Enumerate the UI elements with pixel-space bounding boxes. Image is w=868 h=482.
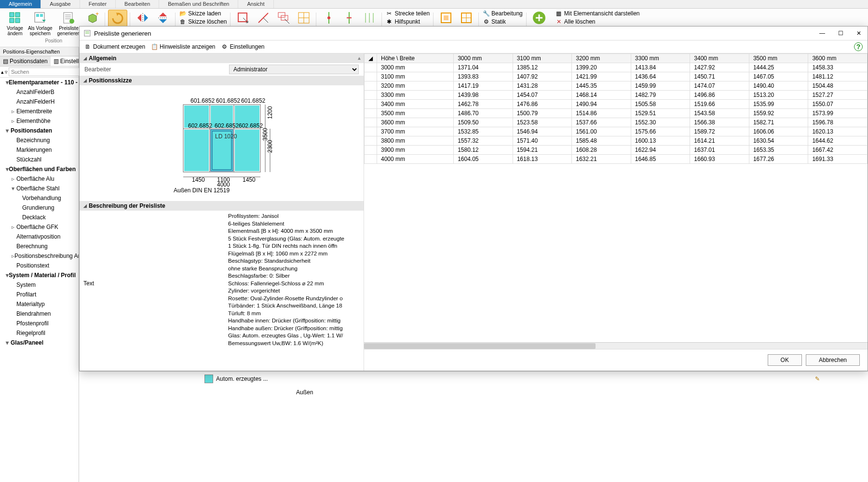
einstellungen-button[interactable]: ⚙Einstellungen bbox=[221, 43, 264, 50]
tab-ansicht[interactable]: Ansicht bbox=[238, 0, 273, 8]
tree-item[interactable]: Decklack bbox=[0, 213, 79, 222]
price-cell[interactable]: 1582.71 bbox=[749, 118, 808, 127]
price-cell[interactable]: 1505.58 bbox=[631, 100, 690, 109]
preisliste-generieren-button[interactable]: Preisliste generieren bbox=[55, 10, 82, 37]
tree-item[interactable]: ▾Glas/Paneel bbox=[0, 338, 79, 348]
tree-item[interactable]: Alternativposition bbox=[0, 232, 79, 241]
price-cell[interactable]: 1445.35 bbox=[572, 81, 631, 91]
price-cell[interactable]: 1444.25 bbox=[749, 63, 808, 72]
row-selector[interactable] bbox=[365, 72, 377, 81]
price-cell[interactable]: 1421.99 bbox=[572, 72, 631, 81]
search-input[interactable] bbox=[9, 67, 80, 76]
row-selector[interactable] bbox=[365, 146, 377, 155]
scroll-up-icon[interactable]: ▲ bbox=[357, 55, 363, 61]
price-cell[interactable]: 1630.54 bbox=[749, 136, 808, 146]
hx-header[interactable]: Höhe \ Breite bbox=[377, 54, 454, 63]
price-cell[interactable]: 1399.20 bbox=[572, 63, 631, 72]
price-cell[interactable]: 1427.92 bbox=[690, 63, 749, 72]
price-cell[interactable]: 1606.06 bbox=[749, 127, 808, 136]
price-cell[interactable]: 1653.35 bbox=[749, 146, 808, 155]
row-header[interactable]: 3900 mm bbox=[377, 146, 454, 155]
price-cell[interactable]: 1618.13 bbox=[513, 155, 572, 164]
price-cell[interactable]: 1439.98 bbox=[454, 91, 513, 100]
mit-elementansicht-button[interactable]: ▦Mit Elementansicht darstellen bbox=[555, 10, 641, 17]
tree-item[interactable]: Berechnung bbox=[0, 241, 79, 251]
price-cell[interactable]: 1614.21 bbox=[690, 136, 749, 146]
price-cell[interactable]: 1660.93 bbox=[690, 155, 749, 164]
tab-bearbeiten[interactable]: Bearbeiten bbox=[116, 0, 159, 8]
price-cell[interactable]: 1677.26 bbox=[749, 155, 808, 164]
vorlage-aendern-button[interactable]: Vorlage ändern bbox=[5, 10, 25, 37]
tree-item[interactable]: Markierungen bbox=[0, 145, 79, 155]
minimize-button[interactable]: — bbox=[817, 28, 827, 38]
tree-item[interactable]: ▹Elementhöhe bbox=[0, 116, 79, 126]
price-cell[interactable]: 1468.14 bbox=[572, 91, 631, 100]
row-selector[interactable] bbox=[365, 136, 377, 146]
col-header[interactable]: 3200 mm bbox=[572, 54, 631, 63]
alle-loeschen-button[interactable]: ✕Alle löschen bbox=[555, 18, 641, 26]
price-cell[interactable]: 1566.38 bbox=[690, 118, 749, 127]
price-cell[interactable]: 1459.99 bbox=[631, 81, 690, 91]
mirror-v-button[interactable] bbox=[153, 10, 173, 26]
row-selector[interactable] bbox=[365, 109, 377, 118]
tree-item[interactable]: ▹Elementbreite bbox=[0, 107, 79, 116]
row-selector[interactable] bbox=[365, 100, 377, 109]
tree-item[interactable]: ▹Oberfläche Alu bbox=[0, 174, 79, 184]
price-cell[interactable]: 1454.07 bbox=[513, 91, 572, 100]
grid-button[interactable] bbox=[294, 10, 313, 26]
maximize-button[interactable]: ☐ bbox=[836, 28, 845, 38]
skizze-laden-button[interactable]: 📂Skizze laden bbox=[178, 10, 228, 17]
tree-item[interactable]: Stückzahl bbox=[0, 155, 79, 164]
tree-item[interactable]: ▹Positionsbeschreibung Ang bbox=[0, 251, 79, 261]
price-cell[interactable]: 1523.58 bbox=[513, 118, 572, 127]
col-header[interactable]: 3300 mm bbox=[631, 54, 690, 63]
col-header[interactable]: 3100 mm bbox=[513, 54, 572, 63]
dim2-button[interactable] bbox=[339, 10, 359, 26]
filter-icon[interactable]: ▿ bbox=[5, 68, 8, 76]
tree-item[interactable]: ▾Elementparameter - 110 - bbox=[0, 78, 79, 87]
frame1-button[interactable] bbox=[436, 10, 456, 26]
price-grid[interactable]: ◢Höhe \ Breite3000 mm3100 mm3200 mm3300 … bbox=[364, 54, 868, 342]
dim3-button[interactable] bbox=[360, 10, 379, 26]
price-cell[interactable]: 1589.72 bbox=[690, 127, 749, 136]
price-cell[interactable]: 1585.48 bbox=[572, 136, 631, 146]
section-allgemein[interactable]: ◢Allgemein bbox=[80, 54, 364, 63]
price-cell[interactable]: 1573.99 bbox=[808, 109, 868, 118]
add-button[interactable] bbox=[529, 10, 549, 26]
price-cell[interactable]: 1546.94 bbox=[513, 127, 572, 136]
price-cell[interactable]: 1407.92 bbox=[513, 72, 572, 81]
color-swatch[interactable] bbox=[204, 375, 213, 383]
price-cell[interactable]: 1385.12 bbox=[513, 63, 572, 72]
price-cell[interactable]: 1450.71 bbox=[690, 72, 749, 81]
price-cell[interactable]: 1476.86 bbox=[513, 100, 572, 109]
price-cell[interactable]: 1571.40 bbox=[513, 136, 572, 146]
row-selector[interactable] bbox=[365, 81, 377, 91]
tree-item[interactable]: System bbox=[0, 280, 79, 290]
tree-item[interactable]: Grundierung bbox=[0, 203, 79, 213]
price-cell[interactable]: 1509.50 bbox=[454, 118, 513, 127]
tab-ausgabe[interactable]: Ausgabe bbox=[41, 0, 80, 8]
frame2-button[interactable] bbox=[457, 10, 476, 26]
price-cell[interactable]: 1462.78 bbox=[454, 100, 513, 109]
close-button[interactable]: ✕ bbox=[854, 28, 864, 38]
bearbeitung-button[interactable]: 🔧Bearbeitung bbox=[482, 10, 524, 17]
price-cell[interactable]: 1458.33 bbox=[808, 63, 868, 72]
row-header[interactable]: 3000 mm bbox=[377, 63, 454, 72]
tree-item[interactable]: AnzahlFelderB bbox=[0, 87, 79, 97]
row-header[interactable]: 3700 mm bbox=[377, 127, 454, 136]
price-cell[interactable]: 1504.48 bbox=[808, 81, 868, 91]
tab-allgemein[interactable]: Allgemein bbox=[0, 0, 41, 8]
row-header[interactable]: 3400 mm bbox=[377, 100, 454, 109]
price-cell[interactable]: 1486.70 bbox=[454, 109, 513, 118]
row-header[interactable]: 3100 mm bbox=[377, 72, 454, 81]
tree-item[interactable]: Bezeichnung bbox=[0, 135, 79, 145]
h-scrollbar[interactable] bbox=[364, 342, 868, 349]
bearbeiter-select[interactable]: Administrator bbox=[229, 65, 359, 74]
price-cell[interactable]: 1537.66 bbox=[572, 118, 631, 127]
price-cell[interactable]: 1532.85 bbox=[454, 127, 513, 136]
strecke-teilen-button[interactable]: ✂Strecke teilen bbox=[385, 10, 431, 17]
select1-button[interactable] bbox=[233, 10, 253, 26]
tab-bemassen[interactable]: Bemaßen und Beschriften bbox=[159, 0, 238, 8]
price-cell[interactable]: 1513.20 bbox=[749, 91, 808, 100]
row-selector[interactable] bbox=[365, 91, 377, 100]
